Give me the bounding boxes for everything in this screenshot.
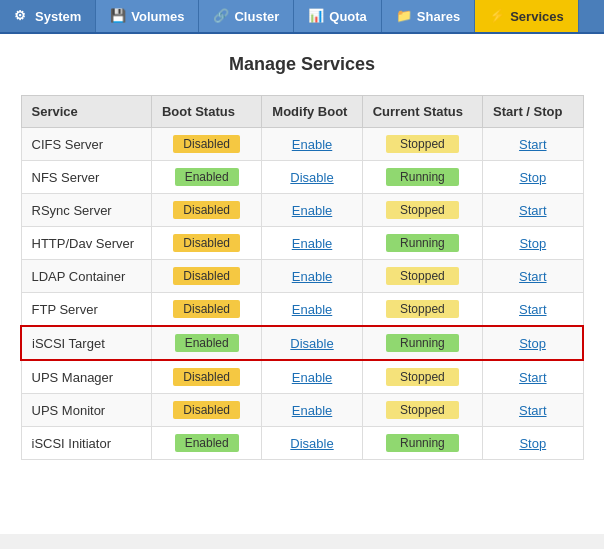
- modify-boot-link[interactable]: Enable: [262, 227, 362, 260]
- table-row: UPS ManagerDisabledEnableStoppedStart: [21, 360, 583, 394]
- stop-link[interactable]: Stop: [493, 436, 572, 451]
- current-status: Stopped: [362, 260, 482, 293]
- modify-link[interactable]: Enable: [292, 203, 332, 218]
- modify-link[interactable]: Enable: [292, 137, 332, 152]
- start-stop-cell[interactable]: Stop: [483, 326, 583, 360]
- table-row: RSync ServerDisabledEnableStoppedStart: [21, 194, 583, 227]
- table-row: HTTP/Dav ServerDisabledEnableRunningStop: [21, 227, 583, 260]
- nav-item-system[interactable]: ⚙System: [0, 0, 96, 32]
- start-link[interactable]: Start: [493, 403, 572, 418]
- col-header: Boot Status: [151, 96, 261, 128]
- nav-item-quota[interactable]: 📊Quota: [294, 0, 382, 32]
- table-row: iSCSI TargetEnabledDisableRunningStop: [21, 326, 583, 360]
- nav-item-label: Shares: [417, 9, 460, 24]
- modify-link[interactable]: Enable: [292, 236, 332, 251]
- service-name: UPS Manager: [21, 360, 151, 394]
- cluster-icon: 🔗: [213, 8, 229, 24]
- boot-status: Disabled: [151, 360, 261, 394]
- nav-item-label: System: [35, 9, 81, 24]
- current-status: Running: [362, 161, 482, 194]
- start-stop-cell[interactable]: Start: [483, 293, 583, 327]
- nav-item-services[interactable]: ⚡Services: [475, 0, 579, 32]
- start-stop-cell[interactable]: Start: [483, 128, 583, 161]
- modify-link[interactable]: Disable: [290, 436, 333, 451]
- col-header: Modify Boot: [262, 96, 362, 128]
- services-table: ServiceBoot StatusModify BootCurrent Sta…: [20, 95, 584, 460]
- modify-link[interactable]: Disable: [290, 336, 333, 351]
- start-stop-cell[interactable]: Stop: [483, 161, 583, 194]
- service-name: iSCSI Target: [21, 326, 151, 360]
- current-status: Stopped: [362, 360, 482, 394]
- modify-boot-link[interactable]: Disable: [262, 427, 362, 460]
- start-stop-cell[interactable]: Start: [483, 194, 583, 227]
- modify-boot-link[interactable]: Enable: [262, 394, 362, 427]
- modify-link[interactable]: Disable: [290, 170, 333, 185]
- service-name: UPS Monitor: [21, 394, 151, 427]
- modify-boot-link[interactable]: Enable: [262, 128, 362, 161]
- modify-link[interactable]: Enable: [292, 269, 332, 284]
- nav-item-label: Volumes: [131, 9, 184, 24]
- service-name: CIFS Server: [21, 128, 151, 161]
- service-name: RSync Server: [21, 194, 151, 227]
- start-link[interactable]: Start: [493, 269, 572, 284]
- modify-boot-link[interactable]: Disable: [262, 161, 362, 194]
- start-stop-cell[interactable]: Start: [483, 394, 583, 427]
- start-link[interactable]: Start: [493, 302, 572, 317]
- start-stop-cell[interactable]: Stop: [483, 227, 583, 260]
- modify-link[interactable]: Enable: [292, 302, 332, 317]
- nav-item-volumes[interactable]: 💾Volumes: [96, 0, 199, 32]
- nav-bar: ⚙System💾Volumes🔗Cluster📊Quota📁Shares⚡Ser…: [0, 0, 604, 34]
- current-status: Stopped: [362, 194, 482, 227]
- volumes-icon: 💾: [110, 8, 126, 24]
- current-status: Running: [362, 427, 482, 460]
- service-name: HTTP/Dav Server: [21, 227, 151, 260]
- service-name: iSCSI Initiator: [21, 427, 151, 460]
- modify-boot-link[interactable]: Enable: [262, 293, 362, 327]
- start-link[interactable]: Start: [493, 370, 572, 385]
- start-link[interactable]: Start: [493, 137, 572, 152]
- services-icon: ⚡: [489, 8, 505, 24]
- stop-link[interactable]: Stop: [493, 170, 572, 185]
- modify-boot-link[interactable]: Enable: [262, 360, 362, 394]
- nav-item-label: Quota: [329, 9, 367, 24]
- current-status: Stopped: [362, 394, 482, 427]
- modify-link[interactable]: Enable: [292, 403, 332, 418]
- shares-icon: 📁: [396, 8, 412, 24]
- modify-link[interactable]: Enable: [292, 370, 332, 385]
- table-row: UPS MonitorDisabledEnableStoppedStart: [21, 394, 583, 427]
- start-link[interactable]: Start: [493, 203, 572, 218]
- nav-item-shares[interactable]: 📁Shares: [382, 0, 475, 32]
- service-name: NFS Server: [21, 161, 151, 194]
- start-stop-cell[interactable]: Stop: [483, 427, 583, 460]
- current-status: Stopped: [362, 128, 482, 161]
- boot-status: Enabled: [151, 427, 261, 460]
- nav-item-cluster[interactable]: 🔗Cluster: [199, 0, 294, 32]
- current-status: Running: [362, 326, 482, 360]
- table-row: NFS ServerEnabledDisableRunningStop: [21, 161, 583, 194]
- col-header: Service: [21, 96, 151, 128]
- service-name: LDAP Container: [21, 260, 151, 293]
- boot-status: Disabled: [151, 227, 261, 260]
- current-status: Stopped: [362, 293, 482, 327]
- boot-status: Disabled: [151, 394, 261, 427]
- boot-status: Disabled: [151, 293, 261, 327]
- modify-boot-link[interactable]: Enable: [262, 260, 362, 293]
- table-row: FTP ServerDisabledEnableStoppedStart: [21, 293, 583, 327]
- col-header: Start / Stop: [483, 96, 583, 128]
- table-row: LDAP ContainerDisabledEnableStoppedStart: [21, 260, 583, 293]
- modify-boot-link[interactable]: Enable: [262, 194, 362, 227]
- start-stop-cell[interactable]: Start: [483, 260, 583, 293]
- modify-boot-link[interactable]: Disable: [262, 326, 362, 360]
- system-icon: ⚙: [14, 8, 30, 24]
- nav-item-label: Services: [510, 9, 564, 24]
- stop-link[interactable]: Stop: [493, 336, 572, 351]
- table-row: CIFS ServerDisabledEnableStoppedStart: [21, 128, 583, 161]
- table-row: iSCSI InitiatorEnabledDisableRunningStop: [21, 427, 583, 460]
- col-header: Current Status: [362, 96, 482, 128]
- boot-status: Disabled: [151, 260, 261, 293]
- stop-link[interactable]: Stop: [493, 236, 572, 251]
- start-stop-cell[interactable]: Start: [483, 360, 583, 394]
- current-status: Running: [362, 227, 482, 260]
- service-name: FTP Server: [21, 293, 151, 327]
- quota-icon: 📊: [308, 8, 324, 24]
